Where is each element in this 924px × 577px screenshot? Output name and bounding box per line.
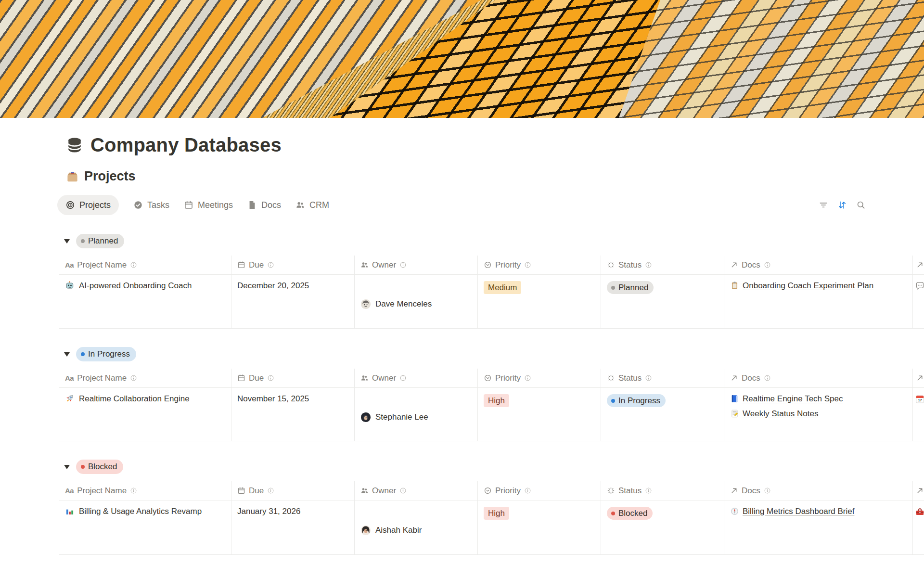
info-icon[interactable]: [399, 374, 407, 382]
column-label: Project Name: [77, 486, 127, 496]
group-pill[interactable]: In Progress: [76, 347, 136, 361]
column-header-status[interactable]: Status: [601, 481, 724, 500]
cell-project-name[interactable]: Realtime Collaboration Engine: [59, 388, 231, 441]
column-header-owner[interactable]: Owner: [355, 481, 478, 500]
priority-tag[interactable]: High: [484, 507, 509, 520]
collapse-toggle-icon[interactable]: [64, 239, 70, 244]
tab-projects[interactable]: Projects: [57, 195, 119, 215]
cell-project-name[interactable]: Billing & Usage Analytics Revamp: [59, 500, 231, 555]
column-header-extra[interactable]: [913, 256, 924, 275]
tab-meetings[interactable]: Meetings: [184, 200, 233, 210]
speech-balloon-icon: [915, 281, 924, 291]
column-header-priority[interactable]: Priority: [478, 369, 601, 388]
column-header-due[interactable]: Due: [231, 369, 355, 388]
cell-priority[interactable]: High: [478, 500, 601, 555]
column-header-owner[interactable]: Owner: [355, 256, 478, 275]
cell-extra[interactable]: [913, 275, 924, 329]
info-icon[interactable]: [645, 261, 652, 269]
status-tag[interactable]: Planned: [607, 281, 654, 294]
info-icon[interactable]: [645, 487, 652, 494]
filter-icon[interactable]: [819, 200, 828, 210]
doc-relation-link[interactable]: Billing Metrics Dashboard Brief: [730, 507, 908, 516]
info-icon[interactable]: [130, 261, 137, 269]
info-icon[interactable]: [267, 374, 274, 382]
info-icon[interactable]: [764, 374, 771, 382]
column-header-due[interactable]: Due: [231, 481, 355, 500]
doc-relation-link[interactable]: Onboarding Coach Experiment Plan: [730, 281, 908, 291]
column-label: Owner: [372, 486, 396, 496]
tab-tasks[interactable]: Tasks: [133, 200, 169, 210]
column-header-due[interactable]: Due: [231, 256, 355, 275]
info-icon[interactable]: [267, 261, 274, 269]
tab-crm[interactable]: CRM: [295, 200, 329, 210]
page-title[interactable]: Company Databases: [90, 134, 282, 156]
column-header-project-name[interactable]: Aa Project Name: [59, 256, 231, 275]
cell-docs[interactable]: Realtime Engine Tech Spec Weekly Status …: [724, 388, 913, 441]
column-label: Owner: [372, 373, 396, 383]
cell-docs[interactable]: Billing Metrics Dashboard Brief: [724, 500, 913, 555]
info-icon[interactable]: [130, 374, 137, 382]
group-pill[interactable]: Blocked: [76, 460, 123, 474]
column-header-status[interactable]: Status: [601, 256, 724, 275]
search-icon[interactable]: [856, 200, 866, 210]
cell-status[interactable]: Blocked: [601, 500, 724, 555]
cell-docs[interactable]: Onboarding Coach Experiment Plan: [724, 275, 913, 329]
arrow-up-right-icon: [730, 374, 738, 382]
tab-docs[interactable]: Docs: [247, 200, 281, 210]
doc-relation-link[interactable]: Realtime Engine Tech Spec: [730, 394, 908, 404]
group-pill[interactable]: Planned: [76, 234, 124, 248]
status-label: Blocked: [618, 509, 647, 518]
cell-project-name[interactable]: AI-powered Onboarding Coach: [59, 275, 231, 329]
info-icon[interactable]: [645, 374, 652, 382]
info-icon[interactable]: [524, 487, 531, 494]
column-header-extra[interactable]: [913, 369, 924, 388]
status-tag[interactable]: In Progress: [607, 394, 666, 407]
column-header-owner[interactable]: Owner: [355, 369, 478, 388]
cell-owner[interactable]: Aishah Kabir: [355, 500, 478, 555]
section-title[interactable]: Projects: [84, 169, 136, 184]
cell-due[interactable]: December 20, 2025: [231, 275, 355, 329]
column-header-status[interactable]: Status: [601, 369, 724, 388]
cell-owner[interactable]: Dave Menceles: [355, 275, 478, 329]
info-icon[interactable]: [130, 487, 137, 494]
status-spinner-icon: [607, 374, 615, 382]
status-tag[interactable]: Blocked: [607, 507, 653, 520]
priority-tag[interactable]: High: [484, 394, 509, 407]
table-row[interactable]: Billing & Usage Analytics Revamp January…: [59, 500, 924, 555]
cell-status[interactable]: In Progress: [601, 388, 724, 441]
cell-status[interactable]: Planned: [601, 275, 724, 329]
info-icon[interactable]: [399, 487, 407, 494]
cell-extra[interactable]: 17: [913, 388, 924, 441]
status-label: Planned: [618, 283, 648, 293]
info-icon[interactable]: [399, 261, 407, 269]
column-header-docs[interactable]: Docs: [724, 256, 913, 275]
column-header-priority[interactable]: Priority: [478, 481, 601, 500]
cell-extra[interactable]: [913, 500, 924, 555]
info-icon[interactable]: [267, 487, 274, 494]
cell-priority[interactable]: Medium: [478, 275, 601, 329]
table-row[interactable]: Realtime Collaboration Engine November 1…: [59, 388, 924, 441]
column-label: Project Name: [77, 260, 127, 270]
cell-owner[interactable]: Stephanie Lee: [355, 388, 478, 441]
collapse-toggle-icon[interactable]: [64, 465, 70, 469]
column-header-docs[interactable]: Docs: [724, 369, 913, 388]
priority-tag[interactable]: Medium: [484, 281, 521, 294]
sort-icon[interactable]: [837, 200, 847, 210]
info-icon[interactable]: [764, 261, 771, 269]
info-icon[interactable]: [764, 487, 771, 494]
doc-relation-link[interactable]: Weekly Status Notes: [730, 409, 908, 419]
column-header-docs[interactable]: Docs: [724, 481, 913, 500]
column-header-project-name[interactable]: Aa Project Name: [59, 481, 231, 500]
info-icon[interactable]: [524, 374, 531, 382]
table-row[interactable]: AI-powered Onboarding Coach December 20,…: [59, 275, 924, 329]
bar-chart-icon: [65, 506, 75, 516]
cell-due[interactable]: January 31, 2026: [231, 500, 355, 555]
cell-due[interactable]: November 15, 2025: [231, 388, 355, 441]
column-header-priority[interactable]: Priority: [478, 256, 601, 275]
info-icon[interactable]: [524, 261, 531, 269]
cell-priority[interactable]: High: [478, 388, 601, 441]
collapse-toggle-icon[interactable]: [64, 352, 70, 357]
group-label: In Progress: [88, 349, 130, 359]
column-header-project-name[interactable]: Aa Project Name: [59, 369, 231, 388]
column-header-extra[interactable]: [913, 481, 924, 500]
